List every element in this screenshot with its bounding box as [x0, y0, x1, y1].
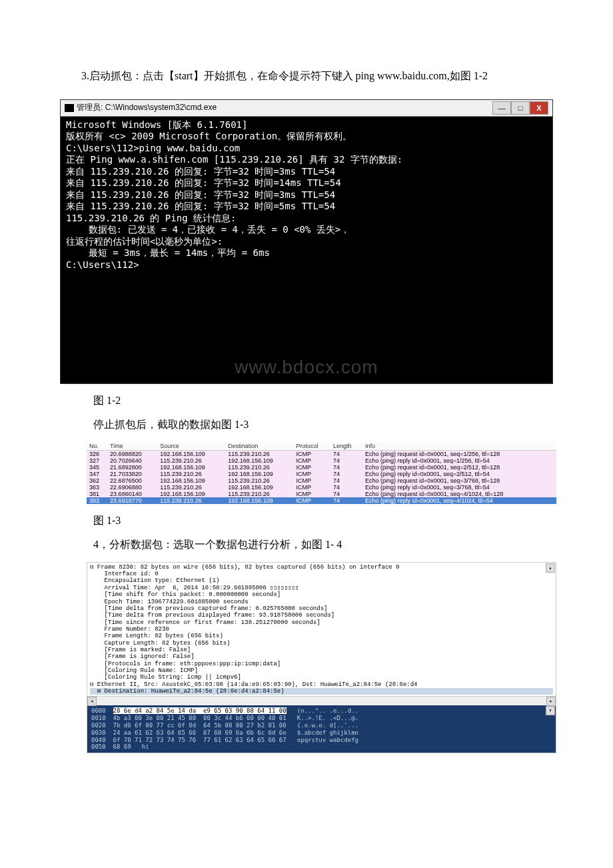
table-row[interactable]: 34721.7033820115.239.210.26192.168.156.1… — [87, 471, 556, 477]
table-row[interactable]: 36322.6906880115.239.210.26192.168.156.1… — [87, 484, 556, 491]
cell: 115.239.210.26 — [157, 457, 225, 464]
scroll-up-icon[interactable]: ▴ — [546, 563, 555, 573]
detail-line[interactable]: [Protocols in frame: eth:pppoes:ppp:ip:i… — [90, 661, 553, 667]
table-row[interactable]: 38123.6860140192.168.156.109115.239.210.… — [87, 491, 556, 497]
cell: 115.239.210.26 — [225, 477, 293, 484]
table-row[interactable]: 32720.7026640115.239.210.26192.168.156.1… — [87, 457, 556, 464]
table-row[interactable]: 32620.6988820192.168.156.109115.239.210.… — [87, 450, 556, 457]
hex-dump-pane[interactable]: 0000 28 6e d4 a2 84 5e 14 da e9 65 03 90… — [87, 705, 556, 753]
cell: Echo (ping) request id=0x0001, seq=4/102… — [362, 491, 556, 497]
column-header[interactable]: No. — [87, 442, 107, 451]
table-row[interactable]: 38323.6918770115.239.210.26192.168.156.1… — [87, 497, 556, 504]
scroll-left-icon[interactable]: ◂ — [87, 697, 97, 706]
cmd-output-line: C:\Users\112> — [66, 259, 547, 271]
detail-line[interactable]: ⊞ Destination: HuaweiTe_a2:84:5e (28:6e:… — [90, 688, 553, 695]
column-header[interactable]: Destination — [225, 442, 293, 451]
column-header[interactable]: Time — [107, 442, 157, 451]
maximize-button[interactable]: □ — [511, 101, 530, 115]
cell: 192.168.156.109 — [157, 464, 225, 471]
paragraph-1: 3.启动抓包：点击【start】开始抓包，在命令提示符下键入 ping www.… — [60, 67, 553, 86]
cmd-output-line: 来自 115.239.210.26 的回复: 字节=32 时间=3ms TTL=… — [66, 189, 547, 201]
detail-line[interactable]: Frame Length: 82 bytes (656 bits) — [90, 633, 553, 639]
detail-line[interactable]: Epoch Time: 1396774229.601885000 seconds — [90, 599, 553, 605]
cell: 326 — [87, 450, 107, 457]
cmd-icon — [65, 104, 74, 112]
detail-line[interactable]: Arrival Time: Apr 6, 2014 16:50:29.60188… — [90, 585, 553, 591]
cell: Echo (ping) request id=0x0001, seq=3/768… — [362, 477, 556, 484]
cmd-output-line: Microsoft Windows [版本 6.1.7601] — [66, 119, 547, 131]
detail-line[interactable]: Frame Number: 8230 — [90, 626, 553, 633]
detail-line[interactable]: [Time delta from previous displayed fram… — [90, 612, 553, 619]
cell: 363 — [87, 484, 107, 491]
column-header[interactable]: Length — [330, 442, 362, 451]
paragraph-2: 停止抓包后，截取的数据如图 1-3 — [93, 418, 553, 432]
cell: 192.168.156.109 — [157, 450, 225, 457]
watermark: www.bdocx.com — [61, 357, 552, 378]
detail-line[interactable]: [Coloring Rule Name: ICMP] — [90, 667, 553, 674]
hex-line[interactable]: 0050 68 69 hi — [91, 743, 552, 751]
packet-detail-pane[interactable]: ▴ ▾ ⊟ Frame 8230: 82 bytes on wire (656 … — [87, 562, 556, 753]
cell: 345 — [87, 464, 107, 471]
cell: 115.239.210.26 — [157, 471, 225, 477]
cell: 74 — [330, 464, 362, 471]
cell: 74 — [330, 450, 362, 457]
cell: 192.168.156.109 — [225, 484, 293, 491]
cell: Echo (ping) request id=0x0001, seq=2/512… — [362, 464, 556, 471]
column-header[interactable]: Source — [157, 442, 225, 451]
cell: 362 — [87, 477, 107, 484]
column-header[interactable]: Info — [362, 442, 556, 451]
cell: 74 — [330, 484, 362, 491]
cmd-output-line: C:\Users\112>ping www.baidu.com — [66, 143, 547, 155]
detail-line[interactable]: [Frame is ignored: False] — [90, 653, 553, 660]
detail-line[interactable]: Interface id: 0 — [90, 571, 553, 577]
cmd-output-line: 版权所有 <c> 2009 Microsoft Corporation。保留所有… — [66, 131, 547, 143]
figure-caption-1: 图 1-2 — [93, 394, 553, 408]
cmd-window: 管理员: C:\Windows\system32\cmd.exe — □ X M… — [60, 99, 553, 384]
cell: 20.6988820 — [107, 450, 157, 457]
cell: Echo (ping) request id=0x0001, seq=1/256… — [362, 450, 556, 457]
detail-line[interactable]: [Frame is marked: False] — [90, 647, 553, 653]
cell: Echo (ping) reply id=0x0001, seq=3/768, … — [362, 484, 556, 491]
minimize-button[interactable]: — — [492, 101, 511, 115]
detail-line[interactable]: [Time shift for this packet: 0.000000000… — [90, 591, 553, 598]
close-button[interactable]: X — [530, 101, 548, 115]
cell: 192.168.156.109 — [225, 471, 293, 477]
hex-line[interactable]: 0000 28 6e d4 a2 84 5e 14 da e9 65 03 90… — [91, 707, 552, 715]
cell: Echo (ping) reply id=0x0001, seq=2/512, … — [362, 471, 556, 477]
cmd-titlebar: 管理员: C:\Windows\system32\cmd.exe — □ X — [61, 100, 552, 117]
cell: 20.7026640 — [107, 457, 157, 464]
hex-line[interactable]: 0040 6f 70 71 72 73 74 75 76 77 61 62 63… — [91, 737, 552, 744]
table-row[interactable]: 36222.6876500192.168.156.109115.239.210.… — [87, 477, 556, 484]
hex-line[interactable]: 0020 7b d6 6f 00 77 cc 6f 0d 64 5b 08 00… — [91, 722, 552, 729]
packet-list-table[interactable]: No.TimeSourceDestinationProtocolLengthIn… — [87, 442, 556, 504]
cell: 74 — [330, 477, 362, 484]
detail-line[interactable]: ⊟ Ethernet II, Src: AsustekC_65:03:90 (1… — [90, 681, 553, 688]
detail-line[interactable]: [Time since reference or first frame: 13… — [90, 619, 553, 626]
hex-line[interactable]: 0030 24 aa 61 62 63 64 65 66 67 68 69 6a… — [91, 729, 552, 737]
scroll-down-icon[interactable]: ▾ — [546, 706, 555, 715]
detail-line[interactable]: [Coloring Rule String: icmp || icmpv6] — [90, 674, 553, 681]
cell: 347 — [87, 471, 107, 477]
hex-line[interactable]: 0010 4b a3 00 3e 00 21 45 00 00 3c 44 b6… — [91, 715, 552, 722]
cell: ICMP — [293, 497, 330, 504]
detail-line[interactable]: Capture Length: 82 bytes (656 bits) — [90, 640, 553, 647]
cmd-output-line: 来自 115.239.210.26 的回复: 字节=32 时间=3ms TTL=… — [66, 166, 547, 178]
table-row[interactable]: 34521.6892800192.168.156.109115.239.210.… — [87, 464, 556, 471]
cmd-output-line: 最短 = 3ms，最长 = 14ms，平均 = 6ms — [66, 247, 547, 259]
cell: 23.6918770 — [107, 497, 157, 504]
column-header[interactable]: Protocol — [293, 442, 330, 451]
cell: 192.168.156.109 — [225, 457, 293, 464]
cell: ICMP — [293, 464, 330, 471]
cell: 21.7033820 — [107, 471, 157, 477]
detail-line[interactable]: Encapsulation type: Ethernet (1) — [90, 577, 553, 584]
scroll-right-icon[interactable]: ▸ — [546, 697, 556, 706]
cmd-output-line: 数据包: 已发送 = 4，已接收 = 4，丢失 = 0 <0% 丢失>， — [66, 224, 547, 236]
cell: Echo (ping) reply id=0x0001, seq=1/256, … — [362, 457, 556, 464]
detail-line[interactable]: [Time delta from previous captured frame… — [90, 605, 553, 612]
cell: 192.168.156.109 — [225, 497, 293, 504]
cmd-output-line: 往返行程的估计时间<以毫秒为单位>: — [66, 236, 547, 248]
cmd-output-line: 来自 115.239.210.26 的回复: 字节=32 时间=14ms TTL… — [66, 177, 547, 189]
detail-line[interactable]: ⊟ Frame 8230: 82 bytes on wire (656 bits… — [90, 564, 553, 571]
horizontal-scrollbar[interactable]: ◂ ▸ — [87, 696, 556, 705]
cell: 115.239.210.26 — [225, 464, 293, 471]
